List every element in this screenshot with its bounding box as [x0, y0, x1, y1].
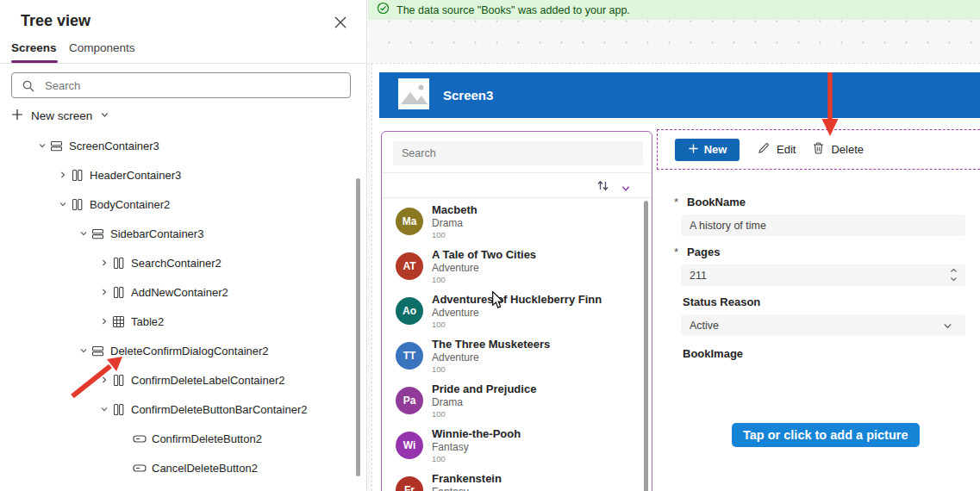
delete-button[interactable]: Delete [812, 141, 864, 158]
chevron-down-icon[interactable] [55, 197, 71, 211]
close-icon[interactable] [333, 15, 348, 30]
list-scrollbar[interactable] [644, 201, 648, 491]
tree-item-ConfirmDeleteButton2[interactable]: ConfirmDeleteButton2 [0, 424, 355, 453]
screen-header[interactable]: Screen3 [379, 72, 980, 118]
book-genre: Fantasy [432, 441, 521, 454]
tree-item-label: ConfirmDeleteButtonBarContainer2 [131, 403, 308, 416]
tree-item-label: Table2 [131, 315, 164, 328]
chevron-right-icon[interactable] [97, 256, 112, 270]
tree-item-BodyContainer2[interactable]: BodyContainer2 [0, 190, 355, 219]
avatar: Ma [396, 208, 423, 235]
tree-item-label: BodyContainer2 [90, 198, 170, 211]
tree-item-label: AddNewContainer2 [131, 286, 228, 299]
sort-icon[interactable] [596, 178, 610, 196]
field-number-pages[interactable]: 211 [681, 264, 965, 286]
book-genre: Drama [432, 396, 536, 409]
tree-item-HeaderContainer3[interactable]: HeaderContainer3 [0, 160, 355, 190]
tree-item-ConfirmDeleteButtonBarContainer2[interactable]: ConfirmDeleteButtonBarContainer2 [0, 395, 355, 424]
tree-item-label: HeaderContainer3 [90, 169, 181, 182]
list-sort-row [382, 172, 652, 198]
edit-button[interactable]: Edit [757, 141, 796, 158]
number-spinner[interactable] [949, 265, 958, 284]
notification-banner: The data source "Books" was added to you… [368, 0, 980, 20]
avatar: Ao [396, 297, 423, 325]
trash-icon [812, 141, 825, 158]
tree-item-DeleteConfirmDialogContainer2[interactable]: DeleteConfirmDialogContainer2 [0, 336, 355, 365]
book-title: Frankenstein [432, 472, 502, 486]
book-list-item[interactable]: TTThe Three MusketeersAdventure100 [382, 333, 652, 378]
tree-item-SearchContainer2[interactable]: SearchContainer2 [0, 248, 355, 277]
book-list-item[interactable]: PaPride and PrejudiceDrama100 [382, 378, 652, 423]
book-item-text: MacbethDrama100 [432, 203, 478, 240]
book-list: MaMacbethDrama100ATA Tale of Two CitiesA… [382, 199, 652, 491]
chevron-down-icon[interactable] [97, 402, 112, 416]
tab-screens[interactable]: Screens [11, 41, 57, 54]
book-genre: Fantasy [432, 486, 502, 491]
book-list-card: MaMacbethDrama100ATA Tale of Two CitiesA… [381, 131, 652, 491]
book-title: Winnie-the-Pooh [432, 427, 521, 441]
chevron-down-icon[interactable] [34, 139, 50, 152]
tree-scrollbar[interactable] [356, 178, 360, 476]
chevron-down-icon[interactable] [76, 344, 91, 357]
tree-item-label: CancelDeleteButton2 [152, 462, 258, 475]
active-tab-underline [11, 60, 58, 63]
container-vertical-icon [50, 139, 69, 152]
tree-item-AddNewContainer2[interactable]: AddNewContainer2 [0, 277, 355, 307]
book-count: 100 [432, 320, 602, 330]
chevron-down-icon[interactable] [942, 320, 953, 334]
chevron-down-icon [100, 109, 109, 122]
book-list-item[interactable]: AoAdventures of Huckleberry FinnAdventur… [382, 289, 652, 333]
container-vertical-icon [91, 227, 110, 240]
list-search-input[interactable] [402, 143, 634, 164]
tree-item-label: SidebarContainer3 [110, 227, 203, 240]
book-count: 100 [432, 275, 536, 285]
tree-item-ConfirmDeleteLabelContainer2[interactable]: ConfirmDeleteLabelContainer2 [0, 365, 355, 395]
add-picture-button[interactable]: Tap or click to add a picture [732, 423, 920, 447]
avatar: AT [396, 252, 423, 280]
plus-icon [11, 109, 23, 123]
field-label-pages: *Pages [674, 246, 965, 258]
field-text-bookname[interactable]: A history of time [681, 214, 965, 236]
chevron-right-icon[interactable] [97, 314, 112, 328]
field-label-status-reason: Status Reason [674, 295, 965, 308]
new-button-label: New [704, 143, 727, 156]
chevron-right-icon[interactable] [97, 285, 112, 299]
book-list-item[interactable]: WiWinnie-the-PoohFantasy100 [382, 423, 652, 468]
book-list-item[interactable]: FrFrankensteinFantasy100 [382, 468, 652, 491]
field-label-text: BookImage [683, 347, 743, 360]
notification-text: The data source "Books" was added to you… [396, 4, 630, 16]
tree-search-input[interactable] [45, 74, 338, 96]
book-item-text: Adventures of Huckleberry FinnAdventure1… [432, 293, 602, 330]
image-placeholder-icon [398, 78, 429, 113]
chevron-placeholder [117, 461, 133, 475]
field-label-bookimage: BookImage [674, 347, 965, 360]
plus-icon [688, 143, 699, 157]
tree-item-CancelDeleteButton2[interactable]: CancelDeleteButton2 [0, 453, 355, 482]
tree-item-label: SearchContainer2 [131, 257, 222, 270]
book-list-item[interactable]: ATA Tale of Two CitiesAdventure100 [382, 244, 652, 289]
new-screen-button[interactable]: New screen [11, 105, 109, 126]
chevron-right-icon[interactable] [55, 168, 71, 182]
book-genre: Adventure [432, 262, 536, 275]
tab-components[interactable]: Components [69, 41, 135, 54]
chevron-down-icon[interactable] [621, 182, 631, 197]
avatar: Pa [396, 387, 423, 414]
book-item-text: A Tale of Two CitiesAdventure100 [432, 248, 536, 285]
tree-item-label: ScreenContainer3 [69, 140, 159, 152]
tree-item-Table2[interactable]: Table2 [0, 307, 355, 336]
tree-item-ScreenContainer3[interactable]: ScreenContainer3 [0, 131, 355, 160]
chevron-down-icon[interactable] [76, 227, 91, 240]
list-search-box[interactable] [393, 141, 643, 165]
tree-search-box[interactable] [11, 72, 351, 98]
table-grid-icon [112, 314, 131, 328]
field-dropdown-status-reason[interactable]: Active [681, 314, 965, 336]
book-count: 100 [432, 230, 478, 240]
chevron-right-icon[interactable] [97, 373, 112, 387]
table-icon [112, 285, 131, 299]
book-list-item[interactable]: MaMacbethDrama100 [382, 199, 652, 244]
book-item-text: Winnie-the-PoohFantasy100 [432, 427, 521, 464]
field-label-text: Status Reason [683, 295, 760, 308]
required-asterisk: * [674, 246, 678, 258]
tree-item-SidebarContainer3[interactable]: SidebarContainer3 [0, 219, 355, 248]
new-button[interactable]: New [675, 139, 740, 161]
